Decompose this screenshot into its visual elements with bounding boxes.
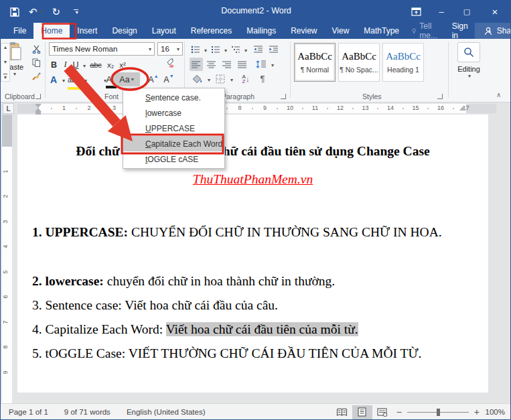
menu-item-lowercase[interactable]: lowercase (123, 105, 224, 121)
zoom-control: − + (396, 407, 480, 417)
tab-stop-selector[interactable]: L (3, 103, 14, 114)
right-indent-marker[interactable] (459, 107, 466, 111)
underline-button[interactable]: U (71, 58, 80, 71)
styles-dialog-launcher[interactable] (437, 94, 443, 99)
multilevel-dropdown-arrow[interactable]: ▾ (243, 44, 248, 57)
bullets-dropdown-arrow[interactable]: ▾ (203, 44, 208, 57)
tab-view[interactable]: View (325, 23, 357, 39)
shading-dropdown-arrow[interactable]: ▾ (206, 74, 212, 86)
highlight-button[interactable]: ab (68, 76, 81, 88)
page-indicator[interactable]: Page 1 of 1 (1, 408, 56, 416)
web-layout-button[interactable] (372, 405, 392, 419)
borders-dropdown-arrow[interactable]: ▾ (229, 74, 234, 86)
underline-dropdown-arrow[interactable]: ▾ (82, 60, 87, 72)
tab-home[interactable]: Home (33, 23, 70, 39)
borders-button[interactable] (214, 72, 227, 85)
increase-indent-icon (269, 46, 279, 54)
print-layout-button[interactable] (352, 405, 372, 419)
font-size-combo[interactable]: 16▾ (157, 42, 183, 56)
minimize-button[interactable]: – (430, 1, 453, 23)
justify-button[interactable] (236, 58, 249, 71)
bold-button[interactable]: B (49, 58, 59, 71)
tab-layout[interactable]: Layout (145, 23, 184, 39)
menu-item-toggle-case[interactable]: tOGGLE cASE (123, 151, 224, 167)
style-preview: AaBbCc (297, 51, 332, 62)
font-size-dropdown-arrow[interactable]: ▾ (177, 46, 179, 52)
share-button[interactable]: Share (475, 23, 511, 39)
superscript-button[interactable]: x² (117, 58, 128, 71)
line-spacing-dropdown-arrow[interactable]: ▾ (270, 59, 275, 72)
highlight-dropdown-arrow[interactable]: ▾ (83, 74, 88, 87)
close-button[interactable]: × (484, 1, 506, 23)
font-name-dropdown-arrow[interactable]: ▾ (149, 46, 151, 52)
bullets-button[interactable] (190, 43, 202, 56)
grow-font-button[interactable]: A▲ (147, 73, 160, 86)
text-effects-dropdown-arrow[interactable]: ▾ (61, 74, 66, 87)
subscript-button[interactable]: x₂ (105, 58, 116, 71)
italic-button[interactable]: I (61, 58, 70, 71)
word-window: ↶▾ ↻ ▾ Document2 - Word – ▢ × FileHomeIn… (0, 0, 511, 420)
style-normal[interactable]: AaBbCc ¶ Normal (294, 43, 336, 82)
clipboard-dialog-launcher[interactable] (35, 94, 41, 99)
font-name-combo[interactable]: Times New Roman▾ (49, 42, 155, 56)
change-case-button[interactable]: Aa▾ (113, 72, 140, 86)
style-heading-1[interactable]: AaBbCc Heading 1 (382, 43, 424, 82)
menu-item-capitalize-each-word[interactable]: Capitalize Each Word (123, 136, 224, 151)
shrink-font-button[interactable]: A▼ (162, 73, 175, 86)
paragraph-dialog-launcher[interactable] (281, 94, 286, 99)
ribbon-display-icon (411, 7, 421, 16)
cut-button[interactable] (30, 43, 42, 56)
align-center-button[interactable] (205, 58, 218, 71)
paragraph-toggle-case: 5. tOGGLE Case: VIẾT THƯỜNG CHỮ CÁI ĐẦU … (32, 342, 453, 365)
text-effects-button[interactable]: A (48, 73, 60, 86)
tab-mailings[interactable]: Mailings (239, 23, 283, 39)
tab-references[interactable]: References (184, 23, 239, 39)
document-page[interactable]: Đổi chữ thường, viết hoa chữ cái đầu tiê… (17, 115, 488, 393)
ruler-number: 12 (337, 104, 344, 111)
ribbon-display-options-button[interactable] (405, 1, 427, 23)
zoom-in-button[interactable]: + (474, 407, 480, 417)
numbering-dropdown-arrow[interactable]: ▾ (223, 44, 228, 57)
tell-me-box[interactable]: Tell me... (407, 23, 445, 39)
zoom-slider-thumb[interactable] (437, 409, 440, 416)
align-left-button[interactable] (190, 58, 203, 71)
styles-more-icon[interactable]: ▼ (3, 74, 8, 80)
zoom-slider[interactable] (407, 412, 469, 413)
tab-design[interactable]: Design (104, 23, 144, 39)
menu-item-uppercase[interactable]: UPPERCASE (123, 121, 224, 136)
style-no-spacing[interactable]: AaBbCc ¶ No Spac... (338, 43, 380, 82)
collapse-ribbon-icon[interactable]: ∧ (496, 91, 501, 98)
maximize-button[interactable]: ▢ (455, 1, 478, 23)
styles-scroll-down-icon[interactable]: ▼ (3, 60, 8, 64)
sort-button[interactable]: AZ ↓ (238, 72, 253, 85)
tab-review[interactable]: Review (283, 23, 324, 39)
multilevel-list-button[interactable] (230, 43, 242, 56)
align-right-button[interactable] (220, 58, 234, 71)
decrease-indent-button[interactable] (251, 43, 265, 56)
styles-gallery-scrollbar[interactable]: ▲ ▼ ▼ (1, 43, 10, 82)
sign-in-button[interactable]: Sign in (445, 23, 475, 39)
clear-formatting-button[interactable] (164, 57, 179, 70)
tab-mathtype[interactable]: MathType (356, 23, 407, 39)
menu-item-sentence-case[interactable]: Sentence case. (123, 90, 224, 105)
read-mode-button[interactable] (332, 405, 352, 419)
language-indicator[interactable]: English (United States) (119, 408, 214, 416)
paste-dropdown-arrow[interactable]: ▾ (13, 71, 16, 77)
zoom-out-button[interactable]: − (396, 407, 402, 417)
numbering-button[interactable] (210, 43, 222, 56)
tab-file[interactable]: File (6, 23, 33, 39)
word-count[interactable]: 9 of 71 words (56, 408, 119, 416)
increase-indent-button[interactable] (267, 43, 280, 56)
styles-scroll-up-icon[interactable]: ▲ (3, 45, 8, 50)
zoom-level[interactable]: 100% (484, 408, 511, 416)
copy-button[interactable] (30, 56, 42, 69)
shading-button[interactable] (190, 72, 204, 85)
show-hide-pilcrow-button[interactable]: ¶ (257, 72, 269, 85)
tab-insert[interactable]: Insert (70, 23, 104, 39)
strikethrough-button[interactable]: abc (88, 58, 104, 71)
document-link[interactable]: ThuThuatPhanMem.vn (17, 172, 488, 187)
line-spacing-button[interactable] (254, 58, 269, 70)
format-painter-button[interactable] (30, 70, 42, 82)
font-color-dropdown-arrow[interactable]: ▾ (102, 74, 108, 87)
editing-group-button[interactable]: Editing ▾ (455, 42, 482, 79)
